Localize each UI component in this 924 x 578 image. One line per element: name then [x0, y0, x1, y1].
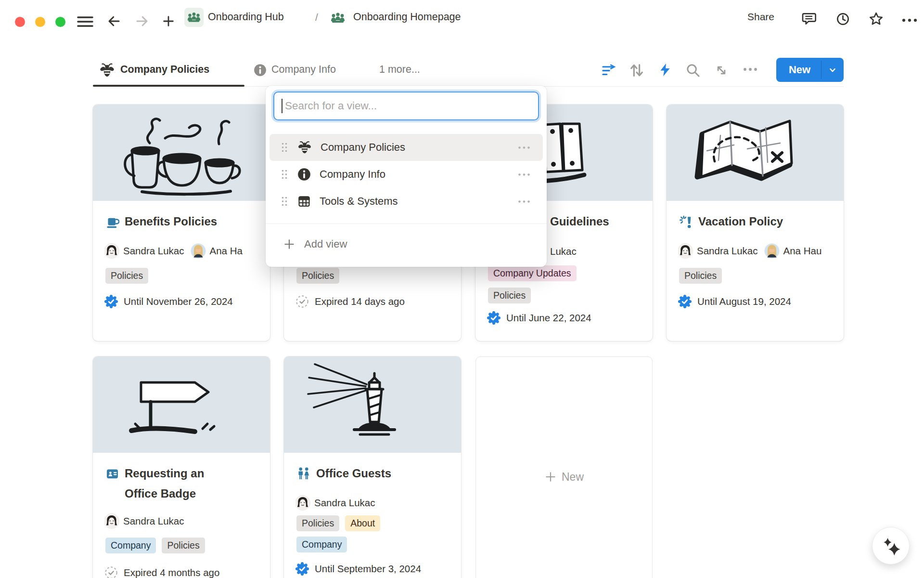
tag: Policies — [105, 268, 148, 284]
tag: Policies — [162, 538, 205, 553]
text-cursor — [282, 99, 282, 113]
card-office-badge[interactable]: Requesting anOffice Badge Sandra Lukac C… — [93, 356, 270, 578]
view-menu-item-tools-systems[interactable]: Tools & Systems — [270, 188, 543, 215]
card-people-row: Lukac — [550, 243, 653, 260]
card-people-row: Sandra Lukac — [295, 494, 461, 512]
card-tags-row: Policies — [105, 268, 148, 284]
app-window: Onboarding Hub / Onboarding Homepage Sha… — [0, 0, 924, 578]
card-people-row: Sandra Lukac — [104, 512, 270, 530]
breadcrumb-separator: / — [315, 12, 318, 23]
new-card-button[interactable]: New — [475, 356, 653, 578]
view-menu-item-label: Tools & Systems — [320, 195, 518, 208]
close-window-button[interactable] — [15, 17, 25, 27]
card-people-row: Sandra Lukac Ana Hau — [678, 242, 844, 260]
view-search-input[interactable] — [274, 92, 538, 119]
search-icon[interactable] — [685, 63, 701, 78]
drag-handle-icon[interactable] — [281, 196, 288, 207]
zoom-window-button[interactable] — [55, 17, 65, 27]
add-view-button[interactable]: Add view — [270, 231, 543, 257]
avatar — [104, 244, 119, 258]
view-item-options-icon[interactable] — [518, 173, 530, 176]
card-status-row: Until August 19, 2024 — [678, 292, 791, 311]
drag-handle-icon[interactable] — [281, 169, 288, 180]
tab-more[interactable]: 1 more... — [379, 64, 420, 76]
tag: Policies — [679, 268, 722, 284]
view-item-options-icon[interactable] — [518, 200, 530, 203]
comments-icon[interactable] — [801, 11, 816, 26]
card-people-row: Sandra Lukac Ana Ha — [104, 242, 270, 260]
breadcrumb-page-label[interactable]: Onboarding Homepage — [353, 11, 461, 23]
view-menu-item-label: Company Policies — [321, 141, 518, 154]
share-button[interactable]: Share — [747, 11, 774, 23]
tab-company-info[interactable]: Company Info — [271, 64, 336, 76]
card-title: Vacation Policy — [698, 211, 783, 232]
more-options-icon[interactable] — [902, 18, 918, 22]
view-menu-item-company-policies[interactable]: Company Policies — [270, 134, 543, 161]
tag: Policies — [488, 288, 531, 303]
favorite-star-icon[interactable] — [868, 11, 884, 27]
history-clock-icon[interactable] — [835, 12, 850, 26]
view-menu-item-label: Company Info — [320, 168, 518, 181]
expand-view-icon[interactable] — [714, 63, 729, 78]
dashed-check-icon — [295, 295, 309, 308]
info-circle-icon — [254, 64, 267, 77]
tag: Company — [105, 538, 156, 553]
card-office-guests[interactable]: Office Guests Sandra Lukac Policies Abou… — [284, 356, 461, 578]
ai-assistant-button[interactable] — [872, 527, 910, 565]
coffee-mugs-illustration — [93, 105, 270, 201]
card-title: Benefits Policies — [125, 211, 217, 232]
status-text: Expired 4 months ago — [124, 567, 219, 578]
new-button[interactable]: New — [776, 58, 844, 82]
hamburger-menu-icon[interactable] — [77, 15, 94, 28]
verified-seal-icon — [678, 295, 692, 308]
status-text: Until September 3, 2024 — [315, 563, 421, 575]
tag: Company Updates — [488, 265, 577, 281]
avatar — [295, 496, 310, 510]
people-group-icon — [186, 11, 202, 24]
card-benefits-policies[interactable]: Benefits Policies Sandra Lukac Ana Ha Po… — [93, 105, 270, 341]
signpost-illustration — [93, 356, 270, 453]
card-status-row: Expired 14 days ago — [295, 292, 405, 311]
sort-icon[interactable] — [629, 62, 645, 79]
card-title-row: Requesting anOffice Badge — [105, 463, 204, 504]
minimize-window-button[interactable] — [35, 17, 45, 27]
forward-arrow-icon[interactable] — [135, 14, 149, 28]
new-button-dropdown[interactable] — [821, 58, 844, 82]
card-status-row: Until September 3, 2024 — [295, 560, 421, 578]
breadcrumb-hub-label[interactable]: Onboarding Hub — [208, 11, 284, 23]
automations-lightning-icon[interactable] — [657, 62, 673, 78]
view-item-options-icon[interactable] — [518, 146, 530, 149]
tag: Policies — [296, 515, 339, 531]
table-icon — [297, 195, 311, 208]
new-button-label[interactable]: New — [776, 58, 821, 82]
view-menu-item-company-info[interactable]: Company Info — [270, 161, 543, 188]
avatar — [191, 244, 205, 258]
new-page-plus-icon[interactable] — [162, 14, 175, 28]
breadcrumb-hub-item[interactable] — [184, 8, 204, 27]
card-vacation-policy[interactable]: Vacation Policy Sandra Lukac Ana Hau Pol… — [667, 105, 844, 341]
card-tags-row: Company Policies — [105, 538, 205, 553]
tab-company-policies[interactable]: Company Policies — [120, 64, 209, 76]
plus-icon — [283, 238, 295, 250]
add-view-label: Add view — [304, 238, 347, 250]
status-text: Until November 26, 2024 — [124, 296, 233, 307]
person-name: Ana Hau — [783, 245, 822, 257]
card-status-row: Until June 22, 2024 — [487, 309, 591, 327]
person-name: Sandra Lukac — [314, 497, 375, 509]
dashed-check-icon — [104, 566, 118, 578]
verified-seal-icon — [487, 311, 500, 325]
avatar — [678, 244, 693, 258]
person-name: Sandra Lukac — [697, 245, 758, 257]
back-arrow-icon[interactable] — [107, 14, 121, 28]
status-text: Expired 14 days ago — [315, 296, 405, 307]
avatar — [765, 244, 779, 258]
bee-icon — [99, 62, 115, 78]
bee-icon — [297, 140, 312, 155]
view-options-icon[interactable] — [743, 67, 758, 71]
person-name: Sandra Lukac — [123, 515, 184, 527]
card-title-row: Vacation Policy — [679, 211, 783, 232]
drag-handle-icon[interactable] — [281, 142, 288, 153]
view-search-box[interactable] — [273, 92, 539, 120]
filter-icon[interactable] — [601, 63, 617, 78]
people-group-icon — [330, 11, 346, 25]
